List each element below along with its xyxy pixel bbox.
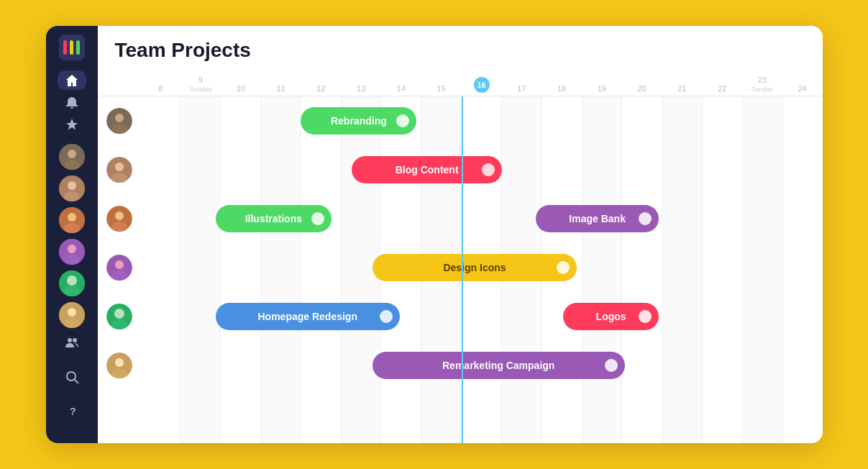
row-homepage: Homepage Redesign Logos: [98, 292, 823, 341]
page-header: Team Projects: [98, 26, 823, 68]
row-4-avatar[interactable]: [98, 255, 141, 281]
task-dot-remarketing: [605, 359, 618, 372]
day-21: 21: [662, 84, 702, 96]
avatar-user-3[interactable]: [59, 207, 85, 233]
row-blogcontent: Blog Content: [98, 145, 823, 194]
task-bar-homepage[interactable]: Homepage Redesign: [216, 303, 400, 330]
row-4-content: Design Icons: [141, 243, 823, 292]
row-6-content: Remarketing Campaign: [141, 341, 823, 390]
svg-text:?: ?: [70, 406, 76, 417]
svg-point-31: [115, 163, 124, 171]
row-5-avatar[interactable]: [98, 304, 141, 329]
day-15: 15: [421, 84, 462, 96]
svg-rect-1: [63, 40, 67, 55]
svg-point-28: [115, 114, 124, 122]
task-bar-designicons[interactable]: Design Icons: [373, 254, 577, 281]
day-11: 11: [261, 84, 301, 96]
task-dot-designicons: [557, 261, 570, 274]
task-bar-remarketing[interactable]: Remarketing Campaign: [373, 352, 625, 379]
timeline-header: 8 9Sunday 10 11 12 13 14 15 16 17 18 19 …: [98, 68, 823, 96]
task-bar-rebranding[interactable]: Rebranding: [301, 107, 416, 135]
day-23: 23Sunday: [742, 76, 782, 96]
svg-point-11: [68, 213, 76, 222]
sidebar: ?: [46, 26, 98, 443]
day-20: 20: [622, 84, 662, 96]
task-bar-blogcontent[interactable]: Blog Content: [352, 156, 502, 183]
svg-point-43: [115, 358, 124, 367]
search-nav-icon[interactable]: [58, 363, 86, 391]
star-nav-icon[interactable]: [58, 116, 86, 135]
svg-line-25: [75, 380, 78, 383]
page-title: Team Projects: [115, 39, 805, 62]
task-dot-illustrations: [311, 212, 324, 225]
task-dot-imagebank: [639, 212, 652, 225]
svg-rect-3: [76, 40, 80, 55]
svg-point-22: [68, 338, 72, 342]
row-3-content: Illustrations Image Bank: [141, 194, 823, 243]
day-8: 8: [141, 84, 181, 96]
day-18: 18: [542, 84, 582, 96]
timeline-body: Rebranding Blog Content: [98, 96, 823, 443]
task-bar-imagebank[interactable]: Image Bank: [536, 205, 659, 232]
day-17: 17: [501, 84, 542, 96]
svg-point-24: [67, 372, 76, 381]
avatar-user-6[interactable]: [59, 302, 85, 328]
sidebar-bottom: ?: [58, 328, 86, 434]
day-9: 9Sunday: [181, 76, 221, 96]
avatar-user-5[interactable]: [59, 270, 85, 296]
avatar-user-2[interactable]: [59, 176, 85, 201]
day-24: 24: [782, 84, 823, 96]
day-19: 19: [582, 84, 622, 96]
today-line: [462, 96, 463, 443]
help-nav-icon[interactable]: ?: [58, 397, 86, 426]
row-remarketing: Remarketing Campaign: [98, 341, 823, 390]
svg-point-37: [115, 260, 124, 269]
day-13: 13: [341, 84, 381, 96]
avatar-user-4[interactable]: [59, 239, 85, 265]
svg-point-17: [67, 276, 77, 286]
row-designicons: Design Icons: [98, 243, 823, 292]
task-bar-illustrations[interactable]: Illustrations: [216, 205, 332, 232]
main-content: Team Projects 8 9Sunday 10 11 12 13 14 1…: [98, 26, 823, 443]
svg-point-34: [115, 211, 124, 220]
day-10: 10: [221, 84, 261, 96]
avatar-list: [59, 144, 85, 328]
row-illustrations: Illustrations Image Bank: [98, 194, 823, 243]
row-3-avatar[interactable]: [98, 206, 141, 232]
home-nav-icon[interactable]: [58, 70, 86, 90]
svg-point-8: [68, 181, 76, 190]
main-card: ? Team Projects 8 9Sunday 10 11 12 13 14…: [46, 26, 823, 443]
row-5-content: Homepage Redesign Logos: [141, 292, 823, 341]
row-2-content: Blog Content: [141, 145, 823, 194]
row-1-avatar[interactable]: [98, 108, 141, 134]
svg-point-5: [68, 150, 76, 158]
task-dot-blogcontent: [482, 163, 495, 176]
svg-rect-2: [70, 40, 73, 55]
task-dot-rebranding: [396, 114, 409, 127]
row-1-content: Rebranding: [141, 96, 823, 145]
svg-point-23: [73, 338, 77, 342]
day-16-today: 16: [462, 77, 502, 96]
day-14: 14: [381, 84, 421, 96]
row-6-avatar[interactable]: [98, 352, 141, 378]
row-2-avatar[interactable]: [98, 157, 141, 183]
bell-nav-icon[interactable]: [58, 93, 86, 112]
app-logo[interactable]: [59, 35, 85, 60]
day-12: 12: [301, 84, 342, 96]
task-bar-logos[interactable]: Logos: [563, 303, 659, 330]
svg-point-14: [68, 245, 76, 253]
people-nav-icon[interactable]: [58, 328, 86, 357]
day-22: 22: [702, 84, 742, 96]
task-dot-logos: [639, 310, 652, 323]
row-rebranding: Rebranding: [98, 96, 823, 145]
timeline-container: 8 9Sunday 10 11 12 13 14 15 16 17 18 19 …: [98, 68, 823, 443]
avatar-user-1[interactable]: [59, 144, 85, 170]
svg-point-20: [68, 308, 76, 317]
svg-point-40: [114, 309, 124, 319]
task-dot-homepage: [380, 310, 393, 323]
